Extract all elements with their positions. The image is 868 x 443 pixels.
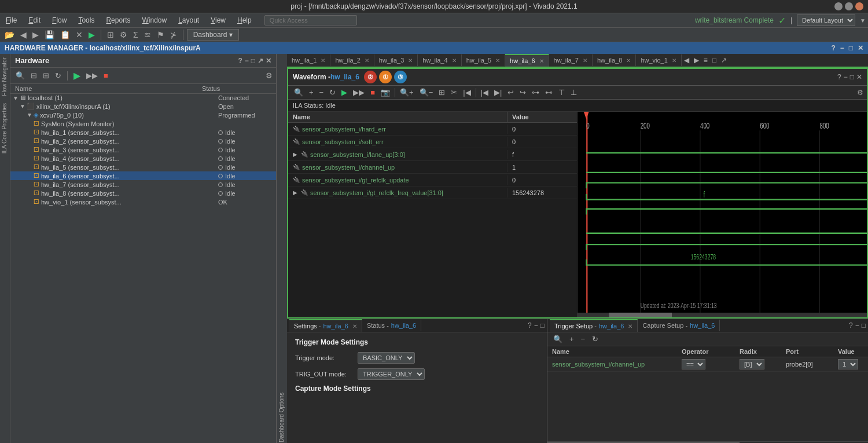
- expand-lane-up[interactable]: ▶: [293, 151, 297, 158]
- wave-join-btn[interactable]: ⊥: [568, 87, 579, 98]
- menu-reports[interactable]: Reports: [102, 15, 134, 25]
- settings-minus-icon[interactable]: −: [534, 321, 538, 329]
- trig-out-select[interactable]: TRIGGER_ONLY: [358, 368, 425, 380]
- wave-fit-btn[interactable]: ⊞: [436, 87, 447, 98]
- tab-hw-ila-4[interactable]: hw_ila_4 ✕: [418, 54, 461, 66]
- tree-item-hw-ila-2[interactable]: ⚀ hw_ila_2 (sensor_subsyst... Idle: [10, 137, 276, 145]
- tab-close-hw-ila-5[interactable]: ✕: [495, 57, 500, 64]
- signal-row-gt-refclk-freq[interactable]: ▶ 🔌 sensor_subsystem_i/gt_refclk_freq_va…: [288, 186, 577, 199]
- tab-close-hw-ila-1[interactable]: ✕: [321, 57, 325, 64]
- sidebar-tab-flow[interactable]: Flow Navigator: [0, 54, 10, 100]
- hw-more-button[interactable]: ▶▶: [84, 71, 100, 80]
- restore-icon[interactable]: □: [849, 44, 853, 52]
- sidebar-tab-ila[interactable]: ILA Core Properties: [0, 100, 10, 157]
- wave-refresh-btn[interactable]: ↻: [327, 87, 338, 98]
- wave-first-btn[interactable]: |◀: [479, 87, 491, 98]
- trig-radix-select[interactable]: [B] [H]: [740, 359, 764, 369]
- tab-scroll-left[interactable]: ◀: [682, 56, 692, 64]
- menu-tools[interactable]: Tools: [75, 15, 98, 25]
- wave-forward-btn[interactable]: ▶▶: [351, 87, 367, 98]
- route-button[interactable]: ≋: [142, 29, 153, 41]
- tab-close-hw-ila-7[interactable]: ✕: [583, 57, 587, 64]
- wave-display[interactable]: 0 200 400 600 800: [578, 112, 867, 317]
- wave-zoom-in-btn[interactable]: 🔍+: [398, 87, 416, 98]
- tree-item-hw-ila-5[interactable]: ⚀ hw_ila_5 (sensor_subsyst... Idle: [10, 163, 276, 171]
- trigger-tab-close[interactable]: ✕: [628, 323, 632, 329]
- tree-item-hw-ila-4[interactable]: ⚀ hw_ila_4 (sensor_subsyst... Idle: [10, 154, 276, 163]
- hw-collapse-button[interactable]: ⊟: [29, 71, 39, 80]
- menu-edit[interactable]: Edit: [25, 15, 44, 25]
- back-button[interactable]: ◀: [18, 29, 29, 41]
- maximize-button[interactable]: [845, 2, 853, 10]
- wave-gear-icon[interactable]: ⚙: [857, 89, 863, 97]
- tree-item-hw-vio-1[interactable]: ⚀ hw_vio_1 (sensor_subsyst... OK: [10, 197, 276, 206]
- settings-button[interactable]: ⚙: [117, 29, 130, 41]
- trigger-question-icon[interactable]: ?: [849, 321, 853, 329]
- hw-panel-question[interactable]: ?: [238, 57, 242, 65]
- tree-item-hw-ila-8[interactable]: ⚀ hw_ila_8 (sensor_subsyst... Idle: [10, 189, 276, 197]
- wave-next-btn[interactable]: ↪: [517, 87, 528, 98]
- trigger-restore-icon[interactable]: □: [862, 321, 866, 329]
- run-button[interactable]: ⊞: [105, 29, 116, 41]
- tab-close-hw-ila-8[interactable]: ✕: [626, 57, 631, 64]
- layout-select[interactable]: Default Layout: [797, 14, 855, 26]
- save-button[interactable]: 💾: [42, 29, 57, 41]
- settings-tab-close[interactable]: ✕: [352, 323, 357, 329]
- wave-search-btn[interactable]: 🔍: [292, 87, 306, 98]
- signal-row-soft-err[interactable]: 🔌 sensor_subsystem_i/soft_err 0: [288, 136, 577, 148]
- tree-item-hw-ila-6[interactable]: ⚀ hw_ila_6 (sensor_subsyst... Idle: [10, 171, 276, 180]
- open-button[interactable]: 📂: [2, 29, 17, 41]
- menu-help[interactable]: Help: [234, 15, 255, 25]
- tab-capture-setup[interactable]: Capture Setup - hw_ila_6: [638, 320, 720, 331]
- tree-item-xilinx-tcf[interactable]: ▼ ⬛ xilinx_tcf/Xilinx/inspurA (1) Open: [10, 102, 276, 111]
- trig-add-btn[interactable]: +: [567, 334, 576, 344]
- dashboard-options-tab[interactable]: Dashboard Options: [277, 54, 287, 443]
- trig-remove-btn[interactable]: −: [579, 334, 588, 344]
- expand-gt-refclk-freq[interactable]: ▶: [293, 189, 297, 196]
- tree-item-xcvu75p[interactable]: ▼ ◈ xcvu75p_0 (10) Programmed: [10, 111, 276, 119]
- trig-refresh-btn[interactable]: ↻: [590, 334, 601, 344]
- wave-last-btn[interactable]: ▶|: [492, 87, 504, 98]
- hw-panel-minus[interactable]: −: [245, 57, 249, 65]
- tab-hw-ila-5[interactable]: hw_ila_5 ✕: [462, 54, 505, 66]
- tab-hw-ila-3[interactable]: hw_ila_3 ✕: [374, 54, 418, 66]
- wave-camera-btn[interactable]: 📷: [378, 87, 392, 98]
- tab-maximize[interactable]: □: [710, 56, 719, 64]
- wave-prev-btn[interactable]: ↩: [505, 87, 516, 98]
- wave-split-btn[interactable]: ⊤: [556, 87, 567, 98]
- wave-align2-btn[interactable]: ⊷: [543, 87, 555, 98]
- tab-settings-hw-ila-6[interactable]: Settings - hw_ila_6 ✕: [289, 319, 362, 332]
- badge-2[interactable]: ②: [364, 71, 377, 83]
- signal-row-hard-err[interactable]: 🔌 sensor_subsystem_i/hard_err 0: [288, 123, 577, 136]
- tab-menu[interactable]: ≡: [701, 56, 710, 64]
- save-all-button[interactable]: 📋: [58, 29, 72, 41]
- tab-hw-ila-6[interactable]: hw_ila_6 ✕: [505, 54, 549, 67]
- question-icon[interactable]: ?: [831, 44, 835, 52]
- wave-add-btn[interactable]: +: [307, 87, 316, 98]
- menu-flow[interactable]: Flow: [49, 15, 70, 25]
- tab-hw-ila-8[interactable]: hw_ila_8 ✕: [593, 54, 636, 66]
- menu-file[interactable]: File: [2, 15, 20, 25]
- tab-close-hw-vio-1[interactable]: ✕: [672, 57, 676, 64]
- trig-operator-select[interactable]: == !=: [682, 359, 705, 369]
- signal-row-lane-up[interactable]: ▶ 🔌 sensor_subsystem_i/lane_up[3:0] f: [288, 148, 577, 161]
- wave-play-btn[interactable]: ▶: [339, 87, 350, 98]
- program-button[interactable]: ⊁: [168, 29, 179, 41]
- tab-close-hw-ila-6[interactable]: ✕: [539, 58, 544, 64]
- minimize-button[interactable]: [834, 2, 843, 10]
- wave-marker-btn[interactable]: |◀: [461, 87, 473, 98]
- tab-hw-ila-2[interactable]: hw_ila_2 ✕: [330, 54, 374, 66]
- trigger-row-0[interactable]: sensor_subsystem_i/channel_up == != [B]: [547, 357, 868, 372]
- tab-hw-ila-7[interactable]: hw_ila_7 ✕: [549, 54, 593, 66]
- menu-window[interactable]: Window: [138, 15, 170, 25]
- hw-close-icon[interactable]: ✕: [858, 44, 863, 52]
- wave-question-icon[interactable]: ?: [837, 73, 841, 81]
- tree-item-sysmon[interactable]: ⚀ SysMon (System Monitor): [10, 119, 276, 128]
- tab-hw-vio-1[interactable]: hw_vio_1 ✕: [636, 54, 681, 66]
- tab-close-hw-ila-3[interactable]: ✕: [408, 57, 413, 64]
- wave-close-icon[interactable]: ✕: [856, 73, 862, 81]
- trig-value-select[interactable]: 1 0: [838, 359, 858, 369]
- trigger-minus-icon[interactable]: −: [855, 321, 859, 329]
- tree-item-localhost[interactable]: ▼ 🖥 localhost (1) Connected: [10, 94, 276, 102]
- trigger-mode-select[interactable]: BASIC_ONLY: [358, 352, 415, 364]
